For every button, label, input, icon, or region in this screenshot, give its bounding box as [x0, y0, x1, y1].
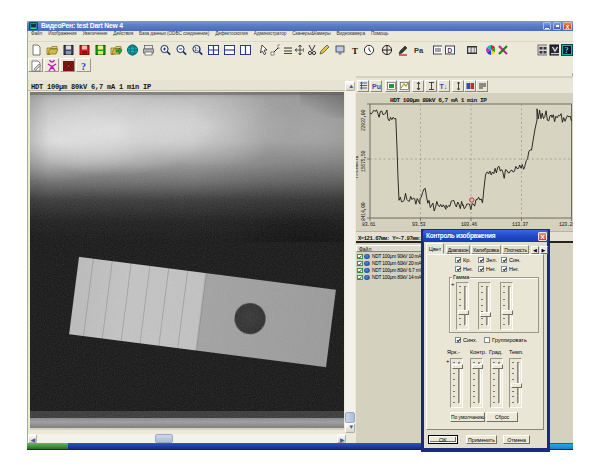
svg-text:D: D — [447, 47, 452, 54]
svg-text:Плотность: Плотность — [356, 155, 359, 178]
svg-text:22937,00: 22937,00 — [361, 110, 366, 131]
svg-text:T↓: T↓ — [440, 83, 448, 90]
svg-text:HDT 100μm 80kV 6,7 mA 1 min IP: HDT 100μm 80kV 6,7 mA 1 min IP — [390, 97, 487, 104]
svg-text:T: T — [352, 46, 358, 56]
svg-text:113.37: 113.37 — [512, 222, 528, 227]
svg-text:?: ? — [81, 61, 86, 72]
svg-text:1:1: 1:1 — [194, 47, 201, 52]
svg-text:93.53: 93.53 — [412, 222, 426, 227]
svg-text:15675,50: 15675,50 — [361, 151, 366, 172]
svg-text:Ра: Ра — [414, 46, 424, 55]
svg-text:Pu: Pu — [372, 83, 381, 90]
svg-text:83.61: 83.61 — [362, 222, 376, 227]
svg-text:?: ? — [564, 45, 568, 55]
svg-text:123.28: 123.28 — [559, 222, 573, 227]
svg-text:103.46: 103.46 — [461, 222, 477, 227]
svg-text:8414,00: 8414,00 — [361, 202, 366, 221]
